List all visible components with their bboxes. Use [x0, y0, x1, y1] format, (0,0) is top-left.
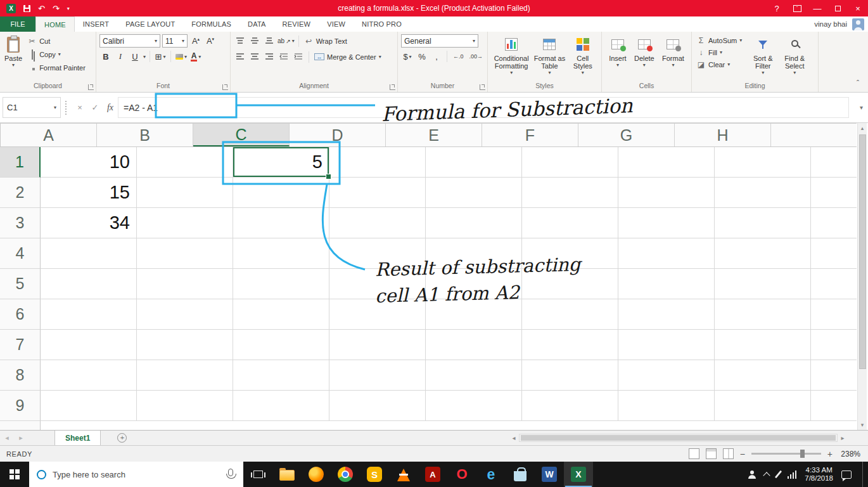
- network-icon[interactable]: [788, 471, 797, 479]
- taskbar-app-acrobat[interactable]: A: [418, 462, 447, 487]
- font-dialog-launcher[interactable]: [222, 84, 228, 90]
- column-header-H[interactable]: H: [675, 124, 771, 146]
- cell-E5[interactable]: [426, 269, 522, 299]
- delete-cells-button[interactable]: Delete ▾: [633, 34, 656, 69]
- cell-A5[interactable]: [41, 269, 137, 299]
- cell-B9[interactable]: [137, 391, 233, 421]
- formula-input[interactable]: =A2 - A1: [118, 97, 849, 118]
- account-box[interactable]: vinay bhai: [814, 16, 868, 32]
- cell-C2[interactable]: [233, 178, 329, 208]
- zoom-level[interactable]: 238%: [839, 450, 860, 458]
- scroll-left-icon[interactable]: ◂: [509, 434, 519, 441]
- cell-B4[interactable]: [137, 238, 233, 269]
- cell-B8[interactable]: [137, 360, 233, 391]
- font-size-combo[interactable]: 11▾: [162, 34, 188, 48]
- italic-button[interactable]: I: [114, 50, 127, 63]
- maximize-button[interactable]: [827, 0, 848, 16]
- cell-B6[interactable]: [137, 299, 233, 330]
- cell-H2[interactable]: [715, 178, 811, 208]
- increase-indent-button[interactable]: [292, 51, 305, 63]
- cell-D5[interactable]: [329, 269, 426, 299]
- cell-G8[interactable]: [618, 360, 715, 391]
- wrap-text-button[interactable]: ↩Wrap Text: [303, 34, 348, 48]
- column-header-F[interactable]: F: [482, 124, 578, 146]
- cell-E1[interactable]: [426, 147, 522, 178]
- tab-insert[interactable]: INSERT: [75, 16, 117, 32]
- scroll-up-icon[interactable]: ▴: [861, 123, 864, 133]
- microphone-icon[interactable]: [228, 469, 233, 476]
- top-align-button[interactable]: [234, 35, 246, 48]
- vertical-scroll-thumb[interactable]: [859, 134, 866, 369]
- column-header-E[interactable]: E: [386, 124, 482, 146]
- cell-B5[interactable]: [137, 269, 233, 299]
- cell-F6[interactable]: [522, 299, 618, 330]
- taskbar-app-word[interactable]: W: [535, 462, 564, 487]
- decrease-indent-button[interactable]: [278, 51, 290, 63]
- font-color-button[interactable]: A▾: [189, 50, 202, 63]
- sheet-tab-sheet1[interactable]: Sheet1: [54, 431, 101, 445]
- tab-home[interactable]: HOME: [35, 16, 75, 32]
- cell-D9[interactable]: [329, 391, 426, 421]
- cell-G3[interactable]: [618, 208, 715, 238]
- cell-G1[interactable]: [618, 147, 715, 178]
- orientation-button[interactable]: ab↗▾: [278, 35, 295, 48]
- column-header-D[interactable]: D: [290, 124, 386, 146]
- row-header-9[interactable]: 9: [0, 391, 41, 421]
- format-painter-button[interactable]: Format Painter: [26, 61, 87, 74]
- cell-E2[interactable]: [426, 178, 522, 208]
- accounting-format-button[interactable]: $▾: [401, 50, 414, 63]
- cell-E4[interactable]: [426, 238, 522, 269]
- taskbar-search[interactable]: Type here to search: [29, 462, 243, 487]
- zoom-in-button[interactable]: +: [827, 449, 833, 459]
- cell-E6[interactable]: [426, 299, 522, 330]
- cell-F5[interactable]: [522, 269, 618, 299]
- font-name-combo[interactable]: Calibri▾: [99, 34, 160, 48]
- underline-button[interactable]: U: [129, 50, 141, 63]
- show-desktop-button[interactable]: [862, 462, 865, 487]
- column-header-C[interactable]: C: [193, 124, 290, 146]
- row-header-8[interactable]: 8: [0, 360, 41, 391]
- ribbon-display-options-button[interactable]: ˆ: [787, 0, 807, 16]
- taskbar-clock[interactable]: 4:33 AM 7/8/2018: [805, 466, 833, 483]
- decrease-decimal-button[interactable]: .00→: [468, 50, 485, 63]
- cell-G4[interactable]: [618, 238, 715, 269]
- copy-button[interactable]: Copy▾: [26, 48, 87, 61]
- cell-G9[interactable]: [618, 391, 715, 421]
- show-hidden-icons-icon[interactable]: [763, 472, 770, 479]
- zoom-slider-thumb[interactable]: [800, 450, 805, 458]
- horizontal-scrollbar[interactable]: ◂ ▸: [509, 431, 848, 445]
- collapse-ribbon-button[interactable]: ˆ: [857, 79, 859, 88]
- row-header-6[interactable]: 6: [0, 299, 41, 330]
- autosum-button[interactable]: ΣAutoSum▾: [695, 34, 743, 46]
- task-view-button[interactable]: [243, 462, 272, 487]
- people-icon[interactable]: [748, 471, 756, 479]
- cell-H8[interactable]: [715, 360, 811, 391]
- bottom-align-button[interactable]: [263, 35, 276, 48]
- cell-F7[interactable]: [522, 330, 618, 360]
- action-center-icon[interactable]: [841, 471, 852, 479]
- cell-F4[interactable]: [522, 238, 618, 269]
- cell-D6[interactable]: [329, 299, 426, 330]
- save-icon[interactable]: [23, 5, 30, 12]
- row-header-4[interactable]: 4: [0, 238, 41, 269]
- tab-data[interactable]: DATA: [239, 16, 274, 32]
- cell-A2[interactable]: 15: [41, 178, 137, 208]
- cell-G6[interactable]: [618, 299, 715, 330]
- find-select-button[interactable]: Find & Select ▾: [779, 34, 810, 77]
- cell-A1[interactable]: 10: [41, 147, 137, 178]
- name-box[interactable]: C1 ▾: [3, 97, 61, 118]
- row-header-5[interactable]: 5: [0, 269, 41, 299]
- minimize-button[interactable]: —: [807, 0, 827, 16]
- cell-H9[interactable]: [715, 391, 811, 421]
- previous-sheet-icon[interactable]: ◂: [0, 434, 14, 442]
- cell-C6[interactable]: [233, 299, 329, 330]
- undo-button[interactable]: ↶: [38, 4, 45, 13]
- cell-H7[interactable]: [715, 330, 811, 360]
- enter-entry-button[interactable]: ✓: [87, 97, 103, 118]
- cell-H5[interactable]: [715, 269, 811, 299]
- cell-E8[interactable]: [426, 360, 522, 391]
- cell-F8[interactable]: [522, 360, 618, 391]
- shrink-font-button[interactable]: A▾: [204, 35, 217, 48]
- number-dialog-launcher[interactable]: [480, 84, 485, 90]
- cell-H4[interactable]: [715, 238, 811, 269]
